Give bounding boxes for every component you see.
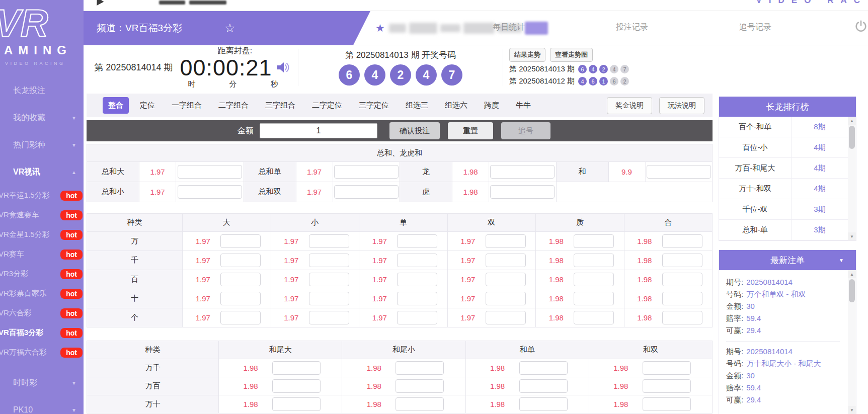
bet-amount-input[interactable]	[643, 361, 691, 375]
prize-info-button[interactable]: 奖金说明	[607, 97, 652, 114]
sidebar-item-vr-lucky15[interactable]: VR幸运1.5分彩 hot	[0, 186, 84, 205]
sidebar-item-favorites[interactable]: 我的收藏 ▼	[0, 104, 84, 131]
bet-amount-input[interactable]	[272, 379, 321, 393]
chevron-down-icon[interactable]: ▼	[839, 258, 844, 263]
scrollbar-thumb[interactable]	[849, 126, 855, 149]
view-trend-chart-button[interactable]: 查看走势图	[550, 48, 593, 62]
scroll-down-icon[interactable]: ▼	[848, 232, 856, 240]
scroll-up-icon[interactable]: ▲	[848, 117, 856, 125]
sidebar-item-vr-video[interactable]: VR视讯 ▲	[0, 158, 84, 186]
bet-amount-input[interactable]	[643, 379, 691, 393]
bet-amount-input[interactable]	[397, 234, 437, 248]
bet-amount-input[interactable]	[220, 273, 261, 286]
tab-erzi-zuhe[interactable]: 二字组合	[213, 97, 254, 114]
bet-amount-input[interactable]	[396, 379, 444, 393]
bet-amount-input[interactable]	[334, 185, 399, 199]
nav-daily-stats[interactable]: 每日统计	[481, 22, 536, 33]
bet-amount-input[interactable]	[397, 292, 437, 305]
bet-amount-input[interactable]	[486, 311, 526, 324]
tab-dingwei[interactable]: 定位	[134, 97, 161, 114]
bet-amount-input[interactable]	[490, 165, 555, 179]
chase-number-button[interactable]: 追号	[501, 122, 550, 139]
bet-amount-input[interactable]	[643, 397, 691, 411]
bet-amount-input[interactable]	[519, 379, 568, 393]
bet-amount-input[interactable]	[647, 165, 711, 179]
bet-amount-input[interactable]	[396, 397, 444, 411]
bet-amount-input[interactable]	[519, 361, 568, 375]
sidebar-item-vr-wanfu-liuhe[interactable]: VR万福六合彩 hot	[0, 343, 84, 362]
ranking-scrollbar[interactable]: ▲ ▼	[848, 117, 856, 240]
bet-amount-input[interactable]	[397, 311, 437, 324]
nav-bet-records[interactable]: 投注记录	[604, 22, 660, 33]
tab-niuniu[interactable]: 牛牛	[510, 97, 536, 114]
bet-amount-input[interactable]	[178, 165, 242, 179]
bet-amount-input[interactable]	[662, 273, 702, 286]
scrollbar-thumb[interactable]	[849, 279, 855, 302]
power-icon[interactable]	[854, 20, 867, 33]
scroll-down-icon[interactable]: ▼	[848, 406, 856, 414]
bet-amount-input[interactable]	[309, 292, 349, 305]
bet-amount-input[interactable]	[486, 292, 526, 305]
sidebar-item-vr-baifu3[interactable]: VR百福3分彩 hot	[0, 323, 84, 343]
sidebar-item-vr-racing[interactable]: VR赛车 hot	[0, 244, 84, 264]
bet-amount-input[interactable]	[309, 254, 349, 267]
bet-amount-input[interactable]	[272, 361, 321, 375]
ranking-row[interactable]: 万百-和尾大 4期	[719, 158, 848, 179]
tab-erzi-dingwei[interactable]: 二字定位	[306, 97, 348, 114]
bet-amount-input[interactable]	[396, 361, 444, 375]
tab-kuadu[interactable]: 跨度	[479, 97, 505, 114]
bet-amount-input[interactable]	[309, 311, 349, 324]
sidebar-item-vr-3fen[interactable]: VR3分彩 hot	[0, 264, 84, 284]
sidebar-item-shishicai[interactable]: 时时彩 ▼	[0, 369, 84, 396]
favorite-star-icon[interactable]: ☆	[224, 22, 235, 34]
bet-amount-input[interactable]	[220, 311, 261, 324]
bet-amount-input[interactable]	[220, 234, 261, 248]
bet-amount-input[interactable]	[397, 273, 437, 286]
sidebar-item-vr-liuhe[interactable]: VR六合彩 hot	[0, 303, 84, 323]
reset-button[interactable]: 重置	[448, 122, 493, 139]
bet-amount-input[interactable]	[334, 165, 399, 179]
rules-info-button[interactable]: 玩法说明	[659, 97, 704, 114]
speaker-icon[interactable]	[276, 61, 290, 74]
bet-amount-input[interactable]	[574, 273, 614, 286]
bet-amount-input[interactable]	[309, 273, 349, 286]
ranking-row[interactable]: 总和-单 3期	[719, 220, 848, 240]
confirm-bet-button[interactable]: 确认投注	[389, 122, 440, 139]
bet-amount-input[interactable]	[574, 234, 614, 248]
amount-input[interactable]	[260, 123, 377, 138]
nav-chase-records[interactable]: 追号记录	[728, 22, 783, 33]
bet-amount-input[interactable]	[662, 292, 702, 305]
ranking-row[interactable]: 万十-和双 4期	[719, 179, 848, 199]
latest-bets-scrollbar[interactable]: ▲ ▼	[848, 270, 856, 414]
bet-amount-input[interactable]	[486, 273, 526, 286]
bet-amount-input[interactable]	[490, 185, 555, 199]
sidebar-item-changlong[interactable]: 长龙投注	[0, 77, 84, 104]
bet-amount-input[interactable]	[574, 254, 614, 267]
bet-amount-input[interactable]	[662, 234, 702, 248]
bet-amount-input[interactable]	[397, 254, 437, 267]
ranking-row[interactable]: 百个-和单 8期	[719, 117, 848, 137]
sidebar-item-pk10[interactable]: PK10 ▼	[0, 396, 84, 414]
tab-zuxuan3[interactable]: 组选三	[400, 97, 434, 114]
tab-sanzi-zuhe[interactable]: 三字组合	[260, 97, 301, 114]
bet-amount-input[interactable]	[662, 311, 702, 324]
bet-amount-input[interactable]	[662, 254, 702, 267]
bet-amount-input[interactable]	[519, 397, 568, 411]
scroll-up-icon[interactable]: ▲	[848, 270, 856, 278]
ranking-row[interactable]: 百位-小 4期	[719, 137, 848, 158]
bet-amount-input[interactable]	[178, 185, 242, 199]
bet-amount-input[interactable]	[574, 292, 614, 305]
sidebar-item-vr-venus15[interactable]: VR金星1.5分彩 hot	[0, 225, 84, 244]
tab-yizi-zuhe[interactable]: 一字组合	[166, 97, 207, 114]
bet-amount-input[interactable]	[486, 234, 526, 248]
bet-amount-input[interactable]	[220, 292, 261, 305]
bet-amount-input[interactable]	[486, 254, 526, 267]
result-trend-button[interactable]: 结果走势	[509, 48, 545, 62]
bet-amount-input[interactable]	[220, 254, 261, 267]
bet-amount-input[interactable]	[309, 234, 349, 248]
bet-amount-input[interactable]	[574, 311, 614, 324]
back-arrow-icon[interactable]	[94, 0, 104, 6]
bet-amount-input[interactable]	[272, 397, 321, 411]
tab-zuxuan6[interactable]: 组选六	[439, 97, 473, 114]
tab-sanzi-dingwei[interactable]: 三字定位	[353, 97, 394, 114]
